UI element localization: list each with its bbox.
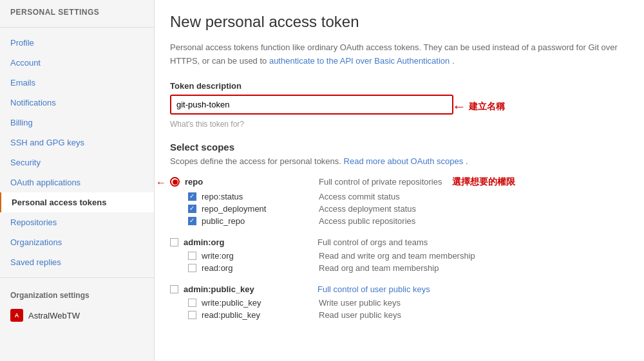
repo-deployment-checkbox[interactable] [188,205,196,213]
scope-group-repo: ← repo Full control of private repositor… [170,174,629,227]
write-org-checkbox[interactable] [188,252,196,260]
read-public-key-desc: Read user public keys [319,310,401,320]
intro-text: Personal access tokens function like ord… [170,41,629,68]
scope-child-repo-deployment: repo_deployment Access deployment status [188,203,629,215]
write-public-key-checkbox[interactable] [188,299,196,307]
scopes-desc-1: Scopes define the access for personal to… [170,156,344,166]
read-org-label: read:org [202,263,314,273]
admin-org-children: write:org Read and write org and team me… [188,250,629,274]
sidebar-item-billing[interactable]: Billing [0,113,154,133]
arrow-icon: ← [452,98,466,115]
admin-public-key-desc: Full control of user public keys [317,284,430,294]
scope-child-read-public-key: read:public_key Read user public keys [188,309,629,321]
sidebar-org-settings-title: Organization settings [0,283,154,305]
sidebar-personal-settings-title: Personal settings [0,0,154,22]
main-content: New personal access token Personal acces… [155,0,644,361]
write-public-key-desc: Write user public keys [319,298,401,308]
scope-child-read-org: read:org Read org and team membership [188,262,629,274]
org-name: AstralWebTW [28,311,80,320]
scopes-title: Select scopes [170,142,629,153]
repo-deployment-desc: Access deployment status [319,204,416,214]
org-avatar: A [10,309,23,322]
page-title: New personal access token [170,13,629,31]
sidebar-item-profile[interactable]: Profile [0,33,154,53]
intro-link[interactable]: authenticate to the API over Basic Authe… [269,56,450,66]
public-repo-desc: Access public repositories [319,216,415,226]
read-public-key-checkbox[interactable] [188,311,196,319]
token-description-label: Token description [170,81,629,91]
repo-label: repo [185,177,314,187]
write-org-desc: Read and write org and team membership [319,251,475,261]
sidebar-item-oauth-applications[interactable]: OAuth applications [0,172,154,192]
sidebar: Personal settings Profile Account Emails… [0,0,155,361]
sidebar-item-emails[interactable]: Emails [0,73,154,93]
scope-main-repo: ← repo Full control of private repositor… [170,174,629,190]
scopes-link[interactable]: Read more about OAuth scopes [344,156,464,166]
repo-deployment-label: repo_deployment [202,204,314,214]
repo-checkbox-container: ← [170,177,180,187]
read-org-checkbox[interactable] [188,264,196,272]
intro-text-2: . [452,56,455,66]
scopes-desc: Scopes define the access for personal to… [170,156,629,166]
repo-status-label: repo:status [202,192,314,201]
scope-child-write-org: write:org Read and write org and team me… [188,250,629,262]
repo-checkbox-inner [173,180,178,185]
create-name-text: 建立名稱 [469,101,505,113]
scopes-desc-2: . [466,156,468,166]
repo-desc: Full control of private repositories [319,177,442,187]
admin-org-label: admin:org [184,237,312,247]
scope-arrow-icon: ← [156,177,166,189]
write-public-key-label: write:public_key [202,298,314,308]
sidebar-item-organizations[interactable]: Organizations [0,232,154,252]
read-public-key-label: read:public_key [202,310,314,320]
scope-group-admin-public-key: admin:public_key Full control of user pu… [170,282,629,321]
scope-group-admin-org: admin:org Full control of orgs and teams… [170,235,629,274]
read-org-desc: Read org and team membership [319,263,439,273]
scope-child-repo-status: repo:status Access commit status [188,190,629,203]
scope-child-public-repo: public_repo Access public repositories [188,215,629,227]
write-org-label: write:org [202,251,314,261]
sidebar-item-ssh-gpg-keys[interactable]: SSH and GPG keys [0,133,154,153]
admin-org-desc: Full control of orgs and teams [317,237,428,247]
repo-checkbox[interactable] [170,177,180,187]
sidebar-item-security[interactable]: Security [0,153,154,172]
public-repo-checkbox[interactable] [188,217,196,225]
public-repo-label: public_repo [202,216,314,226]
select-scope-annotation: 選擇想要的權限 [452,176,515,188]
sidebar-divider-org [0,277,154,278]
scope-main-admin-public-key: admin:public_key Full control of user pu… [170,282,629,297]
scope-main-admin-org: admin:org Full control of orgs and teams [170,235,629,250]
sidebar-item-saved-replies[interactable]: Saved replies [0,252,154,272]
token-hint: What's this token for? [170,120,629,129]
admin-public-key-checkbox[interactable] [170,285,178,293]
repo-status-desc: Access commit status [319,192,400,201]
token-description-input[interactable] [170,95,453,115]
sidebar-divider-top [0,27,154,28]
admin-public-key-children: write:public_key Write user public keys … [188,297,629,321]
sidebar-item-notifications[interactable]: Notifications [0,93,154,113]
sidebar-item-repositories[interactable]: Repositories [0,212,154,232]
admin-org-checkbox[interactable] [170,238,178,246]
sidebar-org-item[interactable]: A AstralWebTW [0,305,154,326]
sidebar-item-personal-access-tokens[interactable]: Personal access tokens [0,192,154,212]
repo-children: repo:status Access commit status repo_de… [188,190,629,227]
scopes-section: Select scopes Scopes define the access f… [170,142,629,321]
sidebar-item-account[interactable]: Account [0,53,154,73]
admin-public-key-label: admin:public_key [184,284,312,294]
scope-child-write-public-key: write:public_key Write user public keys [188,297,629,309]
create-name-annotation: ← 建立名稱 [452,98,505,115]
repo-status-checkbox[interactable] [188,192,196,201]
